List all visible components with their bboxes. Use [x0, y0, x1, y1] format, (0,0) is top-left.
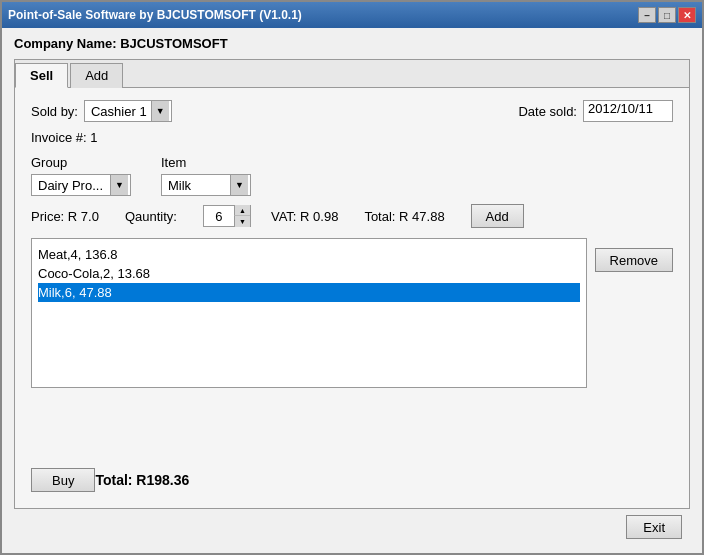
qty-input-wrapper[interactable]: ▲ ▼ [203, 205, 251, 227]
bottom-row: Buy Total: R198.36 [31, 464, 673, 496]
tab-container: Sell Add Sold by: Cashier 1 ▼ Date sold:… [14, 59, 690, 509]
item-select-value: Milk [164, 178, 230, 193]
sold-by-row: Sold by: Cashier 1 ▼ Date sold: 2012/10/… [31, 100, 673, 122]
item-column: Item Milk ▼ [161, 155, 251, 196]
main-area: Meat,4, 136.8 Coco-Cola,2, 13.68 Milk,6,… [31, 238, 673, 454]
tab-bar: Sell Add [15, 60, 689, 88]
main-window: Point-of-Sale Software by BJCUSTOMSOFT (… [0, 0, 704, 555]
buy-button[interactable]: Buy [31, 468, 95, 492]
qty-label: Qauntity: [125, 209, 177, 224]
exit-button[interactable]: Exit [626, 515, 682, 539]
maximize-button[interactable]: □ [658, 7, 676, 23]
vat-label: VAT: R 0.98 [271, 209, 338, 224]
item-label: Item [161, 155, 251, 170]
list-item[interactable]: Coco-Cola,2, 13.68 [38, 264, 580, 283]
invoice-row: Invoice #: 1 [31, 130, 673, 145]
qty-up-arrow[interactable]: ▲ [234, 205, 250, 216]
window-body: Company Name: BJCUSTOMSOFT Sell Add Sold… [2, 28, 702, 553]
side-buttons: Remove [595, 238, 673, 454]
sell-tab-content: Sold by: Cashier 1 ▼ Date sold: 2012/10/… [15, 88, 689, 508]
tab-sell[interactable]: Sell [15, 63, 68, 88]
price-label: Price: R 7.0 [31, 209, 99, 224]
company-name: Company Name: BJCUSTOMSOFT [14, 36, 690, 51]
date-sold-label: Date sold: [518, 104, 577, 119]
invoice-label: Invoice #: 1 [31, 130, 98, 145]
items-list[interactable]: Meat,4, 136.8 Coco-Cola,2, 13.68 Milk,6,… [31, 238, 587, 388]
cashier-dropdown-arrow[interactable]: ▼ [151, 101, 169, 121]
item-select[interactable]: Milk ▼ [161, 174, 251, 196]
qty-input[interactable] [204, 206, 234, 226]
group-label: Group [31, 155, 131, 170]
footer-row: Exit [14, 509, 690, 545]
total-label: Total: R198.36 [95, 472, 189, 488]
cashier-select-value: Cashier 1 [87, 104, 151, 119]
add-item-button[interactable]: Add [471, 204, 524, 228]
remove-button[interactable]: Remove [595, 248, 673, 272]
close-button[interactable]: ✕ [678, 7, 696, 23]
list-item[interactable]: Meat,4, 136.8 [38, 245, 580, 264]
total-item-label: Total: R 47.88 [364, 209, 444, 224]
price-row: Price: R 7.0 Qauntity: ▲ ▼ VAT: R 0.98 T… [31, 204, 673, 228]
qty-down-arrow[interactable]: ▼ [234, 216, 250, 227]
window-title: Point-of-Sale Software by BJCUSTOMSOFT (… [8, 8, 302, 22]
minimize-button[interactable]: – [638, 7, 656, 23]
group-column: Group Dairy Pro... ▼ [31, 155, 131, 196]
group-item-row: Group Dairy Pro... ▼ Item Milk ▼ [31, 155, 673, 196]
item-dropdown-arrow[interactable]: ▼ [230, 175, 248, 195]
group-select[interactable]: Dairy Pro... ▼ [31, 174, 131, 196]
group-dropdown-arrow[interactable]: ▼ [110, 175, 128, 195]
group-select-value: Dairy Pro... [34, 178, 110, 193]
date-sold-input[interactable]: 2012/10/11 [583, 100, 673, 122]
sold-by-label: Sold by: [31, 104, 78, 119]
list-item[interactable]: Milk,6, 47.88 [38, 283, 580, 302]
tab-add[interactable]: Add [70, 63, 123, 88]
title-bar: Point-of-Sale Software by BJCUSTOMSOFT (… [2, 2, 702, 28]
list-area: Meat,4, 136.8 Coco-Cola,2, 13.68 Milk,6,… [31, 238, 587, 454]
cashier-select[interactable]: Cashier 1 ▼ [84, 100, 172, 122]
qty-arrows: ▲ ▼ [234, 205, 250, 227]
title-bar-buttons: – □ ✕ [638, 7, 696, 23]
